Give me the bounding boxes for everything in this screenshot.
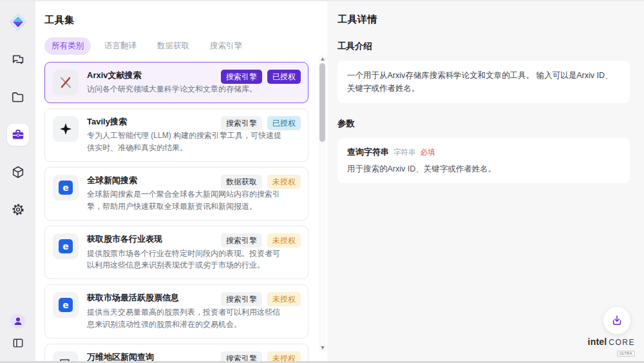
core-wordmark: CORE xyxy=(609,338,635,346)
category-badge: 搜索引擎 xyxy=(221,70,262,84)
tool-description: 访问各个研究领域大量科学论文和文章的存储库。 xyxy=(87,83,281,95)
category-badge: 数据获取 xyxy=(221,175,262,189)
category-badge: 搜索引擎 xyxy=(221,292,262,306)
svg-text:e: e xyxy=(62,241,69,251)
tab-language-translation[interactable]: 语言翻译 xyxy=(97,37,144,55)
folder-icon xyxy=(11,90,25,104)
app-logo-icon xyxy=(5,9,31,35)
tool-list: Arxiv文献搜索 访问各个研究领域大量科学论文和文章的存储库。 搜索引擎 已授… xyxy=(44,62,308,363)
tool-card-sector-performance[interactable]: e 获取股市各行业表现 提供股票市场各个行业在特定时间段内的表现。投资者可以利用… xyxy=(44,226,308,279)
category-tabs: 所有类别 语言翻译 数据获取 搜索引擎 xyxy=(44,37,328,55)
auth-status-badge: 未授权 xyxy=(267,233,301,248)
intel-core-logo: intel CORE ULTRA xyxy=(588,337,635,357)
auth-status-badge: 未授权 xyxy=(267,351,301,363)
sidebar-item-toolbox[interactable] xyxy=(7,124,29,146)
params-heading: 参数 xyxy=(337,118,630,130)
toolbox-icon xyxy=(11,128,25,142)
icon-rail xyxy=(0,1,35,361)
sidebar-item-chat[interactable] xyxy=(7,49,29,71)
rail-bottom xyxy=(10,313,26,352)
download-icon xyxy=(611,314,623,327)
auth-status-badge: 未授权 xyxy=(267,292,301,306)
auth-status-badge: 已授权 xyxy=(267,70,301,84)
category-badge: 搜索引擎 xyxy=(221,233,262,248)
tab-all-categories[interactable]: 所有类别 xyxy=(44,37,91,55)
gear-icon xyxy=(11,202,25,217)
tool-card-tavily[interactable]: Tavily搜索 专为人工智能代理 (LLM) 构建的搜索引擎工具，可快速提供实… xyxy=(44,108,308,162)
details-panel: 工具详情 工具介绍 一个用于从Arxiv存储库搜索科学论文和文章的工具。 输入可… xyxy=(329,1,644,361)
svg-text:e: e xyxy=(62,182,69,193)
newspaper-icon xyxy=(53,351,79,363)
app-window: 工具集 所有类别 语言翻译 数据获取 搜索引擎 Arxiv文献搜索 访问各个研究… xyxy=(0,0,644,363)
cube-icon xyxy=(11,165,25,179)
tab-search-engine[interactable]: 搜索引擎 xyxy=(203,37,249,55)
tool-description: 全球新闻搜索是一个聚合全球各大新闻网站内容的搜索引擎，帮助用户快速获取全球最新资… xyxy=(87,188,281,213)
user-avatar[interactable] xyxy=(10,313,26,329)
user-icon xyxy=(13,316,23,326)
category-badge: 搜索引擎 xyxy=(221,351,262,363)
parameter-card: 查询字符串 字符串 必填 用于搜索的Arxiv ID、关键字或作者姓名。 xyxy=(337,138,630,183)
blue-news-icon: e xyxy=(53,175,79,201)
tool-card-regional-news[interactable]: 万维地区新闻查询 查询具体行政区划内的新闻，快速了解各地新闻动 搜索引擎 未授权 xyxy=(44,344,308,363)
chat-icon xyxy=(11,53,25,67)
panel-toggle-icon xyxy=(12,337,24,349)
category-badge: 搜索引擎 xyxy=(221,116,262,130)
sidebar-item-models[interactable] xyxy=(7,161,29,183)
param-name: 查询字符串 xyxy=(347,146,389,158)
arxiv-cross-icon xyxy=(53,70,79,95)
auth-status-badge: 已授权 xyxy=(267,116,301,130)
tools-panel-title: 工具集 xyxy=(44,14,328,26)
scroll-up-arrow[interactable] xyxy=(319,55,326,62)
tool-card-active-stocks[interactable]: e 获取市场最活跃股票信息 提供当天交易量最高的股票列表，投资者可以利用这些信息… xyxy=(44,284,308,338)
details-title: 工具详情 xyxy=(337,14,630,26)
blue-news-icon: e xyxy=(53,292,79,318)
svg-text:e: e xyxy=(62,300,69,310)
tool-card-global-news[interactable]: e 全球新闻搜索 全球新闻搜索是一个聚合全球各大新闻网站内容的搜索引擎，帮助用户… xyxy=(44,167,308,221)
tools-panel: 工具集 所有类别 语言翻译 数据获取 搜索引擎 Arxiv文献搜索 访问各个研究… xyxy=(35,1,328,361)
blue-news-icon: e xyxy=(53,233,79,259)
scroll-down-arrow[interactable] xyxy=(319,344,326,351)
sidebar-item-files[interactable] xyxy=(7,86,29,108)
ultra-badge: ULTRA xyxy=(617,351,635,357)
param-required-flag: 必填 xyxy=(421,148,435,157)
four-point-star-icon xyxy=(53,116,79,142)
rail-nav xyxy=(7,49,29,221)
param-description: 用于搜索的Arxiv ID、关键字或作者姓名。 xyxy=(347,164,620,175)
intro-heading: 工具介绍 xyxy=(337,41,630,52)
auth-status-badge: 未授权 xyxy=(267,175,301,189)
intro-text: 一个用于从Arxiv存储库搜索科学论文和文章的工具。 输入可以是Arxiv ID… xyxy=(347,69,620,95)
panel-toggle-button[interactable] xyxy=(12,337,24,352)
tool-card-arxiv[interactable]: Arxiv文献搜索 访问各个研究领域大量科学论文和文章的存储库。 搜索引擎 已授… xyxy=(44,62,308,103)
scrollbar-thumb[interactable] xyxy=(319,63,325,142)
intro-card: 一个用于从Arxiv存储库搜索科学论文和文章的工具。 输入可以是Arxiv ID… xyxy=(337,61,630,103)
param-type: 字符串 xyxy=(393,148,416,157)
tool-description: 专为人工智能代理 (LLM) 构建的搜索引擎工具，可快速提供实时、准确和真实的结… xyxy=(87,130,281,154)
download-button[interactable] xyxy=(603,307,630,334)
tool-description: 提供当天交易量最高的股票列表，投资者可以利用这些信息来识别流动性强的股票和潜在的… xyxy=(87,306,281,331)
intel-wordmark: intel xyxy=(588,337,607,346)
sidebar-item-settings[interactable] xyxy=(7,199,29,221)
list-scrollbar[interactable] xyxy=(319,55,326,351)
tab-data-fetching[interactable]: 数据获取 xyxy=(150,37,196,55)
tool-description: 提供股票市场各个行业在特定时间段内的表现。投资者可以利用这些信息来识别表现优于或… xyxy=(87,248,281,272)
